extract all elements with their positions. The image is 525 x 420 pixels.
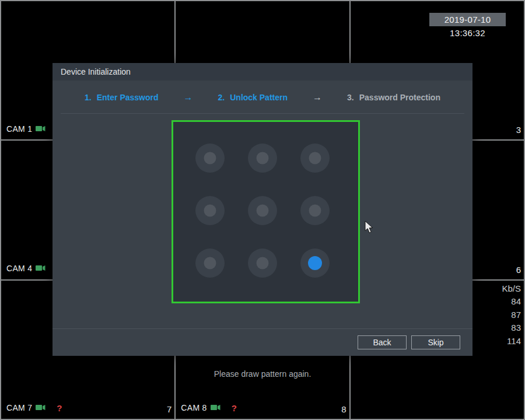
pattern-message: Please draw pattern again. xyxy=(52,369,473,379)
camera-name: CAM 8 xyxy=(181,403,206,412)
camera-name: CAM 1 xyxy=(6,124,32,134)
pattern-dot[interactable] xyxy=(300,249,330,278)
pattern-dot[interactable] xyxy=(300,196,330,225)
pattern-area[interactable] xyxy=(172,120,360,303)
bitrate-value: 87 xyxy=(502,309,521,322)
no-signal-icon: ? xyxy=(232,403,237,413)
device-initialization-dialog: Device Initialization 1. Enter Password … xyxy=(52,63,473,356)
arrow-right-icon: → xyxy=(184,92,193,103)
wizard-steps: 1. Enter Password → 2. Unlock Pattern → … xyxy=(52,90,473,105)
divider xyxy=(52,328,473,329)
camera-name: CAM 4 xyxy=(6,264,32,273)
video-camera-icon xyxy=(36,124,46,134)
pattern-dot[interactable] xyxy=(248,196,277,225)
dialog-title: Device Initialization xyxy=(52,63,473,80)
channel-number: 6 xyxy=(516,265,521,275)
step-number: 3. xyxy=(347,93,354,102)
no-signal-icon: ? xyxy=(57,403,62,413)
video-camera-icon xyxy=(36,403,46,412)
system-clock: 2019-07-10 13:36:32 xyxy=(429,13,506,26)
video-camera-icon xyxy=(211,403,220,412)
channel-number: 7 xyxy=(167,404,172,414)
camera-grid: CAM 1 ? 3 CAM 4 ? 6 CAM 7 ? 7 CAM 8 ? xyxy=(0,0,525,420)
pattern-dot[interactable] xyxy=(248,144,277,173)
pattern-dot[interactable] xyxy=(248,249,277,278)
step-unlock-pattern: 2. Unlock Pattern xyxy=(218,93,288,102)
channel-number: 8 xyxy=(341,404,346,414)
bitrate-value: 83 xyxy=(502,321,521,335)
step-password-protection: 3. Password Protection xyxy=(347,93,440,102)
bitrate-header: Kb/S xyxy=(502,282,521,296)
camera-label-7: CAM 7 ? xyxy=(6,403,62,413)
bitrate-value: 114 xyxy=(502,335,521,348)
step-label: Password Protection xyxy=(359,93,440,102)
camera-label-8: CAM 8 ? xyxy=(181,403,236,413)
pattern-dots xyxy=(173,122,358,278)
back-button[interactable]: Back xyxy=(358,335,407,349)
camera-name: CAM 7 xyxy=(6,403,32,412)
bitrate-panel: Kb/S 84 87 83 114 xyxy=(502,282,521,348)
pattern-dot[interactable] xyxy=(195,249,225,278)
pattern-dot[interactable] xyxy=(195,196,225,225)
step-label: Enter Password xyxy=(97,93,159,102)
step-enter-password: 1. Enter Password xyxy=(85,93,159,102)
divider xyxy=(61,113,464,114)
pattern-dot[interactable] xyxy=(195,144,225,173)
bitrate-value: 84 xyxy=(502,295,521,309)
channel-number: 3 xyxy=(516,125,521,135)
step-number: 2. xyxy=(218,93,225,102)
video-camera-icon xyxy=(36,264,46,273)
arrow-right-icon: → xyxy=(313,92,322,103)
step-number: 1. xyxy=(85,93,92,102)
step-label: Unlock Pattern xyxy=(230,93,288,102)
skip-button[interactable]: Skip xyxy=(411,335,460,349)
pattern-dot[interactable] xyxy=(300,144,330,173)
